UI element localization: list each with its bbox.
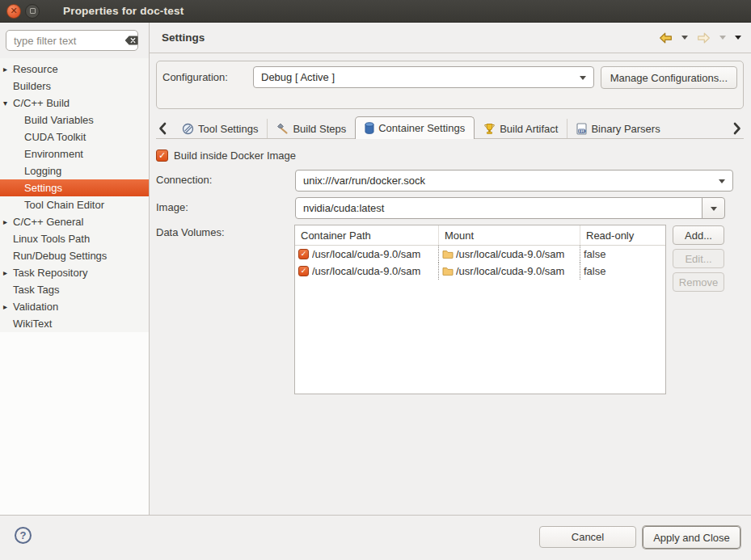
mount-cell: /usr/local/cuda-9.0/sam <box>456 248 564 260</box>
back-history-dropdown-icon[interactable] <box>681 36 688 43</box>
read-only-cell: false <box>584 248 605 260</box>
sidebar-item-resource[interactable]: ▸Resource <box>0 61 149 78</box>
expand-expanded-icon[interactable]: ▾ <box>3 95 11 112</box>
window-title: Properties for doc-test <box>63 5 184 17</box>
clear-filter-icon[interactable] <box>124 36 138 45</box>
sidebar-item-logging[interactable]: Logging <box>0 162 149 179</box>
edit-button: Edit... <box>673 249 724 268</box>
tool-settings-icon <box>182 123 194 135</box>
tab-tool-settings[interactable]: Tool Settings <box>173 119 267 138</box>
titlebar: ✕ Properties for doc-test <box>0 0 751 23</box>
expand-collapsed-icon[interactable]: ▸ <box>3 298 11 315</box>
volume-checkbox[interactable]: ✓ <box>298 266 309 276</box>
sidebar-item-cpp-build[interactable]: ▾C/C++ Build <box>0 95 149 112</box>
sidebar-item-run-debug-settings[interactable]: Run/Debug Settings <box>0 247 149 264</box>
sidebar-item-build-variables[interactable]: Build Variables <box>0 112 149 128</box>
chevron-down-icon <box>580 76 586 83</box>
scroll-tabs-left-icon[interactable] <box>156 119 169 138</box>
sidebar-item-label: CUDA Toolkit <box>24 131 86 143</box>
tab-label: Binary Parsers <box>591 123 660 135</box>
help-icon[interactable]: ? <box>15 527 32 544</box>
sidebar-item-cuda-toolkit[interactable]: CUDA Toolkit <box>0 128 149 145</box>
tab-label: Build Artifact <box>500 123 558 135</box>
tab-label: Build Steps <box>293 123 346 135</box>
table-row[interactable]: ✓ /usr/local/cuda-9.0/sam /usr/local/cud… <box>295 263 665 280</box>
table-header-row: Container Path Mount Read-only <box>295 225 665 246</box>
close-icon[interactable]: ✕ <box>6 4 21 19</box>
main-panel: Settings Configuration: Debug [ Active ]… <box>150 23 751 515</box>
build-inside-docker-row: ✓ Build inside Docker Image <box>156 147 296 163</box>
sidebar-item-label: Linux Tools Path <box>13 233 90 245</box>
apply-and-close-button[interactable]: Apply and Close <box>643 526 740 549</box>
image-dropdown-button[interactable] <box>702 197 725 219</box>
maximize-icon[interactable] <box>25 4 40 19</box>
sidebar-item-label: Run/Debug Settings <box>13 250 107 262</box>
manage-configurations-button[interactable]: Manage Configurations... <box>601 66 737 89</box>
forward-history-dropdown-icon[interactable] <box>719 36 726 43</box>
expand-collapsed-icon[interactable]: ▸ <box>3 264 11 281</box>
binary-parsers-icon: 010 <box>576 123 587 135</box>
image-combobox[interactable]: nvidia/cuda:latest <box>295 197 702 219</box>
tab-build-steps[interactable]: Build Steps <box>267 119 355 138</box>
sidebar-item-task-repository[interactable]: ▸Task Repository <box>0 264 149 281</box>
add-button[interactable]: Add... <box>673 225 724 245</box>
cancel-button[interactable]: Cancel <box>539 526 636 548</box>
forward-arrow-icon[interactable] <box>697 32 711 44</box>
svg-text:010: 010 <box>580 128 587 133</box>
expand-collapsed-icon[interactable]: ▸ <box>3 61 11 78</box>
view-menu-icon[interactable] <box>735 36 741 43</box>
properties-dialog-window: ✕ Properties for doc-test ▸Resource Buil… <box>0 0 751 560</box>
sidebar-item-validation[interactable]: ▸Validation <box>0 298 149 315</box>
sidebar-item-label: WikiText <box>13 318 52 330</box>
sidebar-item-cpp-general[interactable]: ▸C/C++ General <box>0 213 149 230</box>
filter-input[interactable] <box>6 30 138 51</box>
connection-value: unix:///var/run/docker.sock <box>303 175 712 187</box>
data-volumes-label: Data Volumes: <box>156 226 225 238</box>
tab-build-artifact[interactable]: Build Artifact <box>475 119 567 138</box>
sidebar-item-label: Task Repository <box>13 267 87 279</box>
sidebar-item-linux-tools-path[interactable]: Linux Tools Path <box>0 230 149 247</box>
tab-bar: Tool Settings Build Steps Container Sett… <box>156 116 744 139</box>
dialog-footer: ? Cancel Apply and Close <box>0 515 751 560</box>
main-header: Settings <box>150 23 751 53</box>
configuration-label: Configuration: <box>162 66 253 89</box>
build-inside-docker-label: Build inside Docker Image <box>174 149 296 162</box>
sidebar-item-settings[interactable]: Settings <box>0 179 149 196</box>
connection-label: Connection: <box>156 174 212 186</box>
sidebar-item-label: Logging <box>24 165 61 177</box>
sidebar-item-label: Settings <box>24 182 62 194</box>
sidebar-item-environment[interactable]: Environment <box>0 145 149 162</box>
back-arrow-icon[interactable] <box>659 32 673 44</box>
sidebar-item-label: Resource <box>13 63 58 75</box>
tab-binary-parsers[interactable]: 010 Binary Parsers <box>567 119 669 138</box>
configuration-combobox[interactable]: Debug [ Active ] <box>253 66 594 88</box>
remove-button: Remove <box>673 272 724 292</box>
scroll-tabs-right-icon[interactable] <box>731 119 744 138</box>
table-row[interactable]: ✓ /usr/local/cuda-9.0/sam /usr/local/cud… <box>295 246 665 263</box>
column-header-container-path[interactable]: Container Path <box>295 225 439 245</box>
filter-area <box>0 23 149 58</box>
sidebar-item-builders[interactable]: Builders <box>0 78 149 95</box>
expand-collapsed-icon[interactable]: ▸ <box>3 213 11 230</box>
column-header-mount[interactable]: Mount <box>439 225 580 245</box>
volume-checkbox[interactable]: ✓ <box>298 249 309 259</box>
sidebar-item-tool-chain-editor[interactable]: Tool Chain Editor <box>0 196 149 213</box>
sidebar: ▸Resource Builders ▾C/C++ Build Build Va… <box>0 23 150 515</box>
sidebar-item-task-tags[interactable]: Task Tags <box>0 281 149 298</box>
column-header-read-only[interactable]: Read-only <box>580 225 665 245</box>
build-steps-icon <box>276 123 289 135</box>
tab-container-settings[interactable]: Container Settings <box>355 116 475 139</box>
sidebar-item-label: Builders <box>13 80 51 92</box>
sidebar-item-wikitext[interactable]: WikiText <box>0 315 149 332</box>
tab-label: Tool Settings <box>198 123 258 135</box>
image-value: nvidia/cuda:latest <box>303 202 694 214</box>
build-inside-docker-checkbox[interactable]: ✓ <box>156 149 168 162</box>
volume-action-buttons: Add... Edit... Remove <box>673 225 724 292</box>
sidebar-item-label: Environment <box>24 148 83 160</box>
connection-combobox[interactable]: unix:///var/run/docker.sock <box>295 170 733 192</box>
page-title: Settings <box>150 32 205 44</box>
sidebar-empty-area <box>0 332 149 515</box>
sidebar-item-label: C/C++ Build <box>13 97 70 109</box>
data-volumes-table[interactable]: Container Path Mount Read-only ✓ /usr/lo… <box>294 225 666 394</box>
folder-icon <box>442 250 454 259</box>
